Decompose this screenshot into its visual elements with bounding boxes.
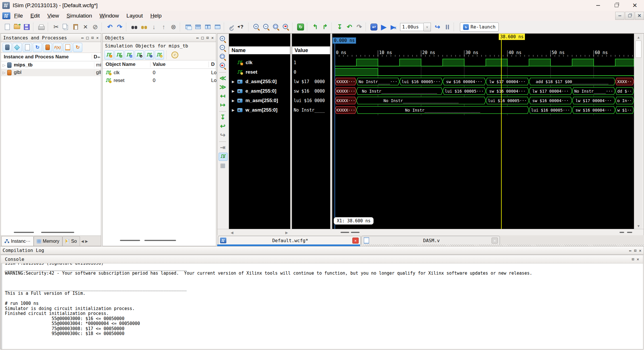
chip-orange-button[interactable] [43,43,52,52]
float-panel-icon[interactable]: ↔ [629,248,631,253]
copy-button[interactable] [61,22,70,32]
help-cursor-button[interactable]: ? [237,22,246,32]
tab-scroll-right-icon[interactable]: :▶ [84,239,88,243]
reload-blue-button[interactable]: ↻ [33,43,42,52]
sig-input-button[interactable]: I [104,50,114,60]
print-button[interactable] [37,22,46,32]
scroll-down-icon[interactable]: ▼ [637,224,640,228]
sig-variable-button[interactable]: U [155,50,164,60]
tab-scroll-left-icon[interactable]: ◀ [81,239,84,243]
doc-white-button[interactable] [23,43,32,52]
restore-panel-icon[interactable]: ⊡ [632,257,634,261]
splitter-handle[interactable] [14,232,34,233]
expand-icon[interactable]: ▶ [232,108,234,112]
scrollbar-thumb[interactable] [635,41,641,58]
go-start-button[interactable]: ≪ [219,74,227,82]
arrow-up-button[interactable]: ↑ [159,22,168,32]
close-panel-icon[interactable]: ✕ [211,35,214,40]
chevron-down-icon[interactable]: ˅ [424,23,431,31]
menu-window[interactable]: Window [96,12,123,20]
prev-transition-button[interactable]: ↤ [219,92,227,100]
console-output[interactable]: ISim P.20131013 (signature 0x11661696)__… [1,263,643,349]
window-restore-button[interactable] [607,0,626,11]
splitter-handle[interactable] [620,232,624,233]
tile-horizontal-button[interactable] [193,22,202,32]
mdi-close-button[interactable]: ✕ [635,12,644,20]
float-panel-icon[interactable]: ↔ [81,35,83,40]
chip-blue-button[interactable] [3,43,12,52]
tab-instances[interactable]: Instanc··· [1,236,34,246]
float-panel-icon[interactable]: ↔ [196,35,198,40]
expand-icon[interactable]: ▶ [232,80,234,84]
doc-orange-button[interactable] [63,43,72,52]
header-scroll-arrows-icon[interactable]: ◂▸ [97,55,101,59]
window-minimize-button[interactable] [589,0,607,11]
menu-edit[interactable]: Edit [27,12,44,20]
scroll-right-icon[interactable]: ▶ [285,231,288,235]
floating-ruler-button[interactable] [219,153,228,161]
delete-button[interactable]: × [81,22,90,32]
wave-signal-d_asm[interactable]: ▶d_asm[255:0] [229,77,290,86]
add-marker-button[interactable]: ↧ [219,114,227,121]
sig-output-button[interactable]: O [114,50,124,60]
close-panel-icon[interactable]: ✕ [96,35,99,40]
menu-file[interactable]: File [10,12,27,20]
splitter-handle[interactable] [627,232,632,233]
snap-transition-button[interactable]: ⇥ [219,144,227,151]
wave-signal-e_asm[interactable]: ▶e_asm[255:0] [229,86,290,96]
time-grid-button[interactable]: ▦ [219,162,227,169]
step-button[interactable]: ↪ [433,22,442,32]
expand-icon[interactable]: ▷ [1,70,7,75]
find-button[interactable] [130,22,139,32]
paste-button[interactable] [71,22,80,32]
splitter-handle[interactable] [120,240,140,241]
menu-layout[interactable]: Layout [123,12,147,20]
restore-panel-icon[interactable]: ⊡ [91,35,93,40]
tree-row-glbl[interactable]: ▷glblgll [1,69,101,76]
wave-name-header[interactable]: Name [229,46,290,54]
tab-memory[interactable]: Memory [34,236,63,246]
expand-icon[interactable]: ▶ [232,89,234,93]
tab-dasm-v[interactable]: DASM.v ✕ [361,236,500,245]
splitter-handle[interactable] [341,232,349,233]
mdi-restore-button[interactable] [625,12,634,20]
object-row-clk[interactable]: clk0Lo [103,69,216,76]
fx-button[interactable]: F(x) [53,43,62,52]
open-button[interactable] [12,22,22,32]
wave-signal-w_asm[interactable]: ▶w_asm[255:0] [229,105,290,115]
zero-marker-label[interactable]: 0.000 ns [332,37,356,44]
run-button[interactable]: ▶ [379,22,388,32]
refresh-button[interactable]: ↻ [296,22,305,32]
zoom-full-button[interactable] [272,22,281,32]
cursor-time-label[interactable]: 38.600 ns [499,34,525,40]
wave-horizontal-scrollbar[interactable]: ◀ ▶ [217,229,644,235]
zoom-in-button[interactable]: + [252,22,261,32]
close-tab-icon[interactable]: ✕ [492,238,498,244]
run-time-value[interactable]: 1.00us [400,23,424,31]
undo-button[interactable]: ↶ [105,22,114,32]
maximize-panel-icon[interactable]: □ [201,35,204,40]
close-panel-icon[interactable]: ✕ [639,248,641,253]
scroll-up-icon[interactable]: ▲ [637,35,640,39]
column-splitter[interactable] [330,34,332,229]
sig-internal-button[interactable]: ● [135,50,144,60]
window-close-button[interactable]: ✕ [626,0,644,11]
close-tab-icon[interactable]: ✕ [352,238,359,244]
save-button[interactable] [22,22,31,32]
zoom-area-button[interactable] [281,22,291,32]
column-instance-name[interactable]: Instance and Process Name [1,54,92,60]
column-design-unit[interactable]: D [92,54,97,60]
next-marker-button[interactable]: ↪ [219,131,227,139]
object-row-reset[interactable]: reset0Lo [103,76,216,84]
pause-button[interactable] [443,22,452,32]
restart-button[interactable]: ↩ [369,22,379,32]
tab-default-wcfg[interactable]: Default.wcfg* ✕ [218,236,361,245]
step-over-button[interactable]: ↷ [355,22,364,32]
wave-value-header[interactable]: Value [292,46,330,54]
run-for-button[interactable]: ▶X [389,22,398,32]
menu-help[interactable]: Help [147,12,165,20]
sig-inout-button[interactable]: IO [125,50,134,60]
column-object-name[interactable]: Object Name [103,62,150,67]
tab-source[interactable]: So [62,236,80,246]
new-file-button[interactable] [3,22,12,32]
